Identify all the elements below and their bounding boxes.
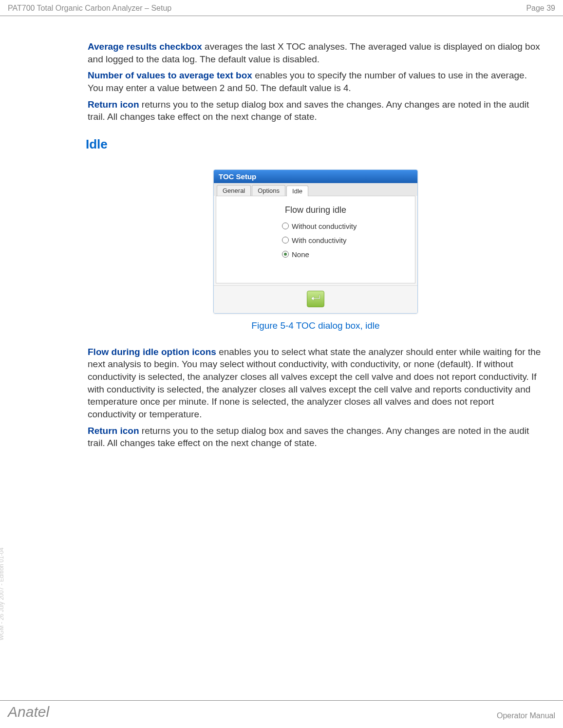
text: enables you to select what state the ana… [88,347,541,419]
radio-group-flow: Without conductivity With conductivity N… [282,222,410,259]
dialog-body: Flow during idle Without conductivity Wi… [216,196,415,283]
radio-with-conductivity[interactable]: With conductivity [282,236,410,244]
radio-label: None [292,250,309,259]
dialog-title: TOC Setup [214,170,417,183]
radio-label: Without conductivity [292,222,357,230]
tab-idle[interactable]: Idle [286,186,308,196]
figure-caption: Figure 5-4 TOC dialog box, idle [251,320,379,331]
header-page-number: Page 39 [526,4,555,13]
text: returns you to the setup dialog box and … [88,99,529,122]
section-heading-idle: Idle [86,137,544,152]
paragraph-average-results: Average results checkbox averages the la… [88,40,544,65]
paragraph-return-icon-2: Return icon returns you to the setup dia… [88,425,544,449]
text: returns you to the setup dialog box and … [88,426,529,448]
header-title: PAT700 Total Organic Carbon Analyzer – S… [8,4,171,13]
side-edition-text: WGM - 26 July 2007 - Edition 01-04 [0,547,5,640]
figure-toc-dialog: TOC Setup General Options Idle Flow duri… [88,169,544,331]
dialog-tabs: General Options Idle [214,183,417,196]
paragraph-flow-during-idle: Flow during idle option icons enables yo… [88,346,544,421]
tab-options[interactable]: Options [252,185,285,196]
main-content: Average results checkbox averages the la… [0,16,563,449]
radio-without-conductivity[interactable]: Without conductivity [282,222,410,230]
dialog-footer [214,285,417,313]
term-average-results: Average results checkbox [88,41,202,52]
term-return-icon: Return icon [88,426,139,436]
footer-brand: Anatel [8,704,49,720]
paragraph-number-values: Number of values to average text box ena… [88,69,544,94]
radio-icon [282,223,289,229]
radio-none[interactable]: None [282,250,410,259]
term-return-icon: Return icon [88,99,139,110]
return-button[interactable] [307,291,324,307]
page-footer: Anatel Operator Manual [0,700,563,728]
page-header: PAT700 Total Organic Carbon Analyzer – S… [0,0,563,16]
return-arrow-icon [310,293,321,305]
term-number-values: Number of values to average text box [88,70,252,80]
term-flow-during-idle: Flow during idle option icons [88,347,216,357]
dialog-section-title: Flow during idle [221,205,410,215]
toc-setup-dialog: TOC Setup General Options Idle Flow duri… [213,169,418,314]
radio-icon [282,251,289,258]
radio-icon [282,237,289,243]
tab-general[interactable]: General [217,185,251,196]
paragraph-return-icon-1: Return icon returns you to the setup dia… [88,98,544,123]
footer-manual-label: Operator Manual [497,711,555,720]
radio-label: With conductivity [292,236,347,244]
